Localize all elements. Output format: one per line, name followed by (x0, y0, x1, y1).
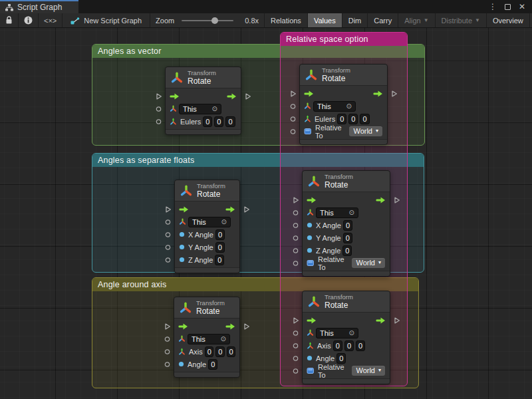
flow-port-in[interactable] (165, 205, 172, 213)
flow-arrow-icon[interactable] (376, 317, 386, 324)
value-port-in[interactable] (293, 342, 299, 348)
target-icon[interactable]: ⊙ (349, 330, 354, 336)
flow-arrow-icon[interactable] (179, 206, 189, 213)
object-field-this[interactable]: This⊙ (188, 217, 231, 227)
value-port-in[interactable] (156, 106, 162, 112)
zoom-slider-track[interactable] (182, 20, 233, 21)
unit-node-transform-rotate[interactable]: TransformRotateThis⊙X Angle0Y Angle0Z An… (302, 170, 390, 277)
value-port-in[interactable] (293, 355, 299, 361)
flow-arrow-icon[interactable] (304, 90, 314, 97)
flow-port-out[interactable] (245, 92, 251, 100)
node-header[interactable]: TransformRotate (303, 171, 390, 192)
object-field-this[interactable]: This⊙ (316, 328, 358, 338)
target-icon[interactable]: ⊙ (221, 219, 227, 225)
object-field-this[interactable]: This⊙ (316, 207, 358, 218)
flow-arrow-icon[interactable] (225, 206, 235, 213)
graph-breadcrumb[interactable]: New Script Graph (63, 13, 150, 27)
maximize-icon[interactable] (501, 1, 513, 12)
value-input[interactable]: 0 (342, 245, 352, 256)
value-input[interactable]: 0 (348, 114, 358, 124)
toolbar-button-overview[interactable]: Overview (487, 13, 530, 27)
value-port-in[interactable] (293, 330, 299, 336)
tab-script-graph[interactable]: Script Graph (0, 0, 78, 13)
value-input[interactable]: 0 (225, 116, 235, 127)
value-input[interactable]: 0 (215, 346, 224, 357)
target-icon[interactable]: ⊙ (349, 209, 354, 216)
value-port-in[interactable] (156, 118, 162, 124)
value-input[interactable]: 0 (356, 340, 365, 351)
lock-icon[interactable] (0, 13, 19, 27)
flow-arrow-icon[interactable] (170, 93, 180, 100)
value-input[interactable]: 0 (343, 220, 352, 231)
value-port-in[interactable] (293, 368, 299, 374)
unit-node-transform-rotate[interactable]: TransformRotateThis⊙Axis000Angle0 (174, 297, 240, 378)
info-icon[interactable] (19, 13, 39, 27)
value-input[interactable]: 0 (215, 242, 225, 253)
flow-arrow-icon[interactable] (178, 323, 188, 330)
flow-port-in[interactable] (293, 196, 299, 203)
flow-port-out[interactable] (394, 196, 400, 203)
object-field-this[interactable]: This⊙ (179, 104, 221, 114)
toolbar-button-dim[interactable]: Dim (342, 13, 368, 27)
relative-to-dropdown[interactable]: World▾ (352, 258, 385, 268)
value-input[interactable]: 0 (336, 353, 346, 364)
node-header[interactable]: TransformRotate (174, 297, 239, 319)
flow-port-out[interactable] (243, 205, 250, 213)
value-port-in[interactable] (293, 260, 299, 266)
unit-node-transform-rotate[interactable]: TransformRotateThis⊙Eulers000 (165, 66, 241, 135)
unit-node-transform-rotate[interactable]: TransformRotateThis⊙Axis000Angle0Relativ… (302, 291, 390, 384)
value-input[interactable]: 0 (333, 340, 342, 351)
flow-port-in[interactable] (293, 317, 299, 324)
unit-node-transform-rotate[interactable]: TransformRotateThis⊙X Angle0Y Angle0Z An… (174, 180, 240, 273)
value-input[interactable]: 0 (215, 255, 224, 265)
value-input[interactable]: 0 (360, 114, 369, 124)
value-port-in[interactable] (164, 361, 170, 367)
target-icon[interactable]: ⊙ (212, 106, 217, 112)
value-port-in[interactable] (290, 116, 296, 122)
flow-port-out[interactable] (394, 317, 400, 324)
target-icon[interactable]: ⊙ (221, 336, 226, 342)
value-input[interactable]: 0 (214, 116, 223, 127)
toolbar-button-distribute[interactable]: Distribute▼ (436, 13, 487, 27)
zoom-slider[interactable] (176, 13, 239, 27)
flow-arrow-icon[interactable] (227, 93, 237, 100)
target-icon[interactable]: ⊙ (346, 103, 352, 110)
graph-canvas[interactable]: Angles as vectorAngles as separate float… (0, 28, 532, 399)
value-port-in[interactable] (164, 348, 170, 354)
flow-port-out[interactable] (243, 323, 250, 330)
node-header[interactable]: TransformRotate (175, 180, 239, 201)
value-port-in[interactable] (293, 235, 299, 241)
unit-node-transform-rotate[interactable]: TransformRotateThis⊙Eulers000Relative To… (299, 64, 388, 145)
value-port-in[interactable] (293, 222, 299, 228)
flow-port-out[interactable] (391, 90, 398, 97)
close-icon[interactable]: ✕ (516, 1, 528, 12)
value-input[interactable]: 0 (208, 359, 217, 370)
object-field-this[interactable]: This⊙ (313, 101, 356, 112)
flow-arrow-icon[interactable] (225, 323, 235, 330)
toolbar-button-values[interactable]: Values (308, 13, 342, 27)
toolbar-button-relations[interactable]: Relations (265, 13, 308, 27)
value-input[interactable]: 0 (337, 114, 346, 124)
toolbar-button-carry[interactable]: Carry (368, 13, 398, 27)
flow-port-in[interactable] (156, 92, 162, 100)
value-input[interactable]: 0 (343, 233, 352, 243)
flow-port-in[interactable] (290, 90, 297, 97)
node-header[interactable]: TransformRotate (300, 65, 387, 86)
node-header[interactable]: TransformRotate (303, 291, 390, 313)
flow-arrow-icon[interactable] (307, 197, 317, 203)
value-port-in[interactable] (290, 128, 296, 134)
value-port-in[interactable] (165, 219, 171, 225)
flow-arrow-icon[interactable] (373, 90, 383, 97)
node-header[interactable]: TransformRotate (166, 67, 241, 88)
value-port-in[interactable] (165, 257, 171, 263)
value-port-in[interactable] (165, 244, 171, 250)
value-input[interactable]: 0 (203, 116, 212, 127)
relative-to-dropdown[interactable]: World▾ (349, 126, 382, 136)
value-port-in[interactable] (293, 209, 299, 215)
zoom-slider-handle[interactable] (211, 17, 218, 24)
flow-arrow-icon[interactable] (307, 317, 317, 324)
kebab-menu-icon[interactable]: ⋮ (487, 1, 499, 12)
value-port-in[interactable] (293, 247, 299, 253)
flow-arrow-icon[interactable] (376, 197, 386, 203)
flow-port-in[interactable] (164, 323, 171, 330)
